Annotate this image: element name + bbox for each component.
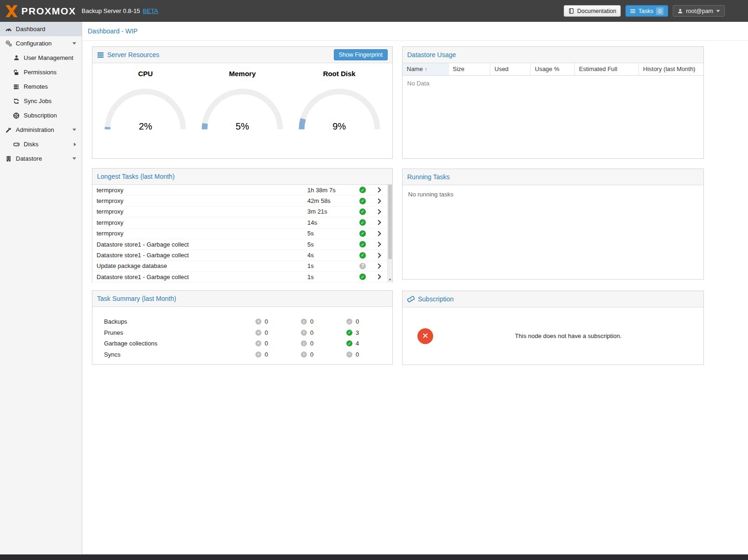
sidebar-item-user-management[interactable]: User Management xyxy=(0,51,82,65)
running-tasks-title: Running Tasks xyxy=(407,173,450,181)
gauge-value: 9% xyxy=(295,121,384,132)
sidebar-item-remotes[interactable]: Remotes xyxy=(0,79,82,94)
collapse-caret-icon[interactable] xyxy=(72,42,76,45)
task-duration: 1s xyxy=(307,262,354,269)
dashboard-icon xyxy=(5,26,12,33)
error-icon xyxy=(255,330,261,336)
beta-link[interactable]: BETA xyxy=(143,7,158,14)
hdd-icon xyxy=(13,141,20,148)
column-header-size[interactable]: Size xyxy=(449,63,490,75)
column-header-name[interactable]: Name↑ xyxy=(403,63,449,75)
sidebar-item-configuration[interactable]: Configuration xyxy=(0,36,82,51)
task-row[interactable]: Update package database 1s xyxy=(92,261,392,272)
task-name: Update package database xyxy=(92,262,307,269)
column-header-usage-pct[interactable]: Usage % xyxy=(531,63,575,75)
running-tasks-header: Running Tasks xyxy=(403,169,703,185)
gauge-label: CPU xyxy=(99,70,192,78)
task-open-button[interactable] xyxy=(371,263,387,269)
error-icon xyxy=(255,319,261,325)
server-resources-panel: Server Resources Show Fingerprint CPU xyxy=(92,46,393,159)
sidebar-item-subscription[interactable]: Subscription xyxy=(0,108,82,123)
wrench-icon xyxy=(5,126,12,134)
sidebar-item-datastore[interactable]: Datastore xyxy=(0,151,82,166)
sidebar-item-label: Disks xyxy=(24,141,39,148)
warning-icon xyxy=(301,340,307,346)
scroll-down-icon[interactable]: ▼ xyxy=(388,277,392,283)
sidebar-item-sync-jobs[interactable]: Sync Jobs xyxy=(0,94,82,108)
sidebar-item-permissions[interactable]: Permissions xyxy=(0,65,82,79)
task-open-button[interactable] xyxy=(371,253,387,258)
user-icon xyxy=(13,54,20,62)
gauge-value: 2% xyxy=(101,121,189,132)
topbar: PROXMOX Backup Server 0.8-15 BETA Docume… xyxy=(0,0,748,22)
task-duration: 42m 58s xyxy=(307,197,354,204)
gauge-label: Memory xyxy=(196,70,289,78)
sidebar-item-disks[interactable]: Disks xyxy=(0,137,82,151)
sidebar-item-dashboard[interactable]: Dashboard xyxy=(0,22,82,36)
task-status-icon xyxy=(359,208,366,215)
proxmox-x-icon xyxy=(5,5,19,17)
task-status-icon xyxy=(359,252,366,259)
collapse-caret-icon[interactable] xyxy=(72,129,76,131)
task-open-button[interactable] xyxy=(371,231,387,236)
unlock-icon xyxy=(13,69,20,76)
task-status-icon xyxy=(359,263,366,269)
task-duration: 1h 38m 7s xyxy=(307,187,354,194)
datastore-usage-panel: Datastore Usage Name↑ Size Used Usage % … xyxy=(402,46,704,159)
sidebar-item-label: Permissions xyxy=(24,69,57,76)
summary-row: Syncs 0 0 0 xyxy=(104,349,392,360)
warning-icon xyxy=(301,319,307,325)
task-open-button[interactable] xyxy=(371,187,387,193)
summary-row: Garbage collections 0 0 4 xyxy=(104,338,392,349)
error-count: 0 xyxy=(265,340,268,347)
task-open-button[interactable] xyxy=(371,220,387,225)
task-row[interactable]: Datastore store1 - Garbage collect 5s xyxy=(92,239,392,250)
scrollbar-thumb[interactable] xyxy=(388,185,392,259)
task-row[interactable]: termproxy 1h 38m 7s xyxy=(92,185,392,195)
summary-row: Backups 0 0 0 xyxy=(104,316,392,327)
collapse-caret-icon[interactable] xyxy=(72,157,76,160)
sidebar-item-administration[interactable]: Administration xyxy=(0,123,82,137)
task-status-icon xyxy=(359,198,366,204)
task-row[interactable]: termproxy 3m 21s xyxy=(92,207,392,217)
sidebar-item-label: Configuration xyxy=(16,40,52,47)
task-open-button[interactable] xyxy=(371,209,387,215)
expand-caret-icon[interactable] xyxy=(74,143,76,146)
task-open-button[interactable] xyxy=(371,241,387,247)
column-header-used[interactable]: Used xyxy=(490,63,531,75)
sync-icon xyxy=(13,98,20,105)
running-tasks-empty: No running tasks xyxy=(403,185,703,279)
column-header-estimated-full[interactable]: Estimated Full xyxy=(575,63,639,75)
no-subscription-icon: ✕ xyxy=(417,328,433,344)
show-fingerprint-button[interactable]: Show Fingerprint xyxy=(334,49,388,60)
ticket-icon xyxy=(407,295,415,303)
user-menu-button[interactable]: root@pam xyxy=(673,5,725,17)
memory-gauge: Memory 5% xyxy=(196,70,289,159)
warning-count: 0 xyxy=(310,318,313,325)
scrollbar[interactable]: ▼ xyxy=(387,185,392,283)
error-count: 0 xyxy=(265,351,268,358)
tasks-button[interactable]: Tasks 0 xyxy=(625,5,668,17)
bottom-bar xyxy=(0,554,748,560)
product-version: Backup Server 0.8-15 xyxy=(82,7,140,14)
task-open-button[interactable] xyxy=(371,198,387,204)
documentation-button[interactable]: Documentation xyxy=(564,5,621,17)
server-resources-icon xyxy=(97,52,104,58)
task-summary-panel: Task Summary (last Month) Backups 0 0 0 … xyxy=(92,290,393,365)
ok-icon xyxy=(346,330,352,336)
task-row[interactable]: termproxy 14s xyxy=(92,217,392,228)
datastore-usage-title: Datastore Usage xyxy=(407,51,456,59)
task-row[interactable]: termproxy 5s xyxy=(92,228,392,239)
ok-count: 0 xyxy=(356,351,359,358)
running-tasks-panel: Running Tasks No running tasks xyxy=(402,169,704,280)
sort-asc-icon: ↑ xyxy=(425,66,428,72)
task-row[interactable]: Datastore store1 - Garbage collect 4s xyxy=(92,250,392,260)
task-row[interactable]: termproxy 42m 58s xyxy=(92,195,392,206)
column-header-history[interactable]: History (last Month) xyxy=(639,63,703,75)
cogs-icon xyxy=(5,40,12,47)
warning-count: 0 xyxy=(310,351,313,358)
task-row[interactable]: Datastore store1 - Garbage collect 1s xyxy=(92,272,392,282)
task-open-button[interactable] xyxy=(371,274,387,280)
summary-label: Garbage collections xyxy=(104,340,255,347)
summary-label: Syncs xyxy=(104,351,255,358)
